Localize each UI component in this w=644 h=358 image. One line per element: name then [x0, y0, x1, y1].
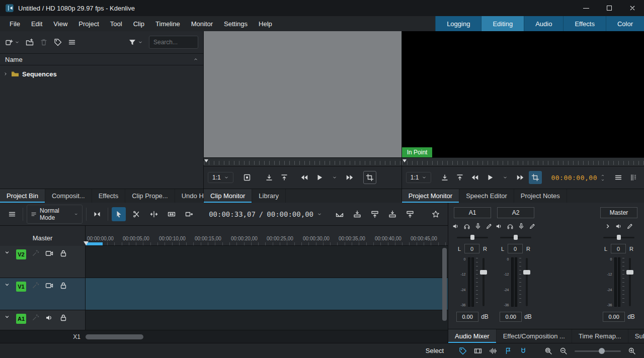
tab-effect-composition[interactable]: Effect/Composition ...: [497, 329, 572, 343]
zone-out-button[interactable]: [278, 171, 291, 184]
volume-fader[interactable]: [480, 257, 487, 307]
monitor-zoom-select[interactable]: 1:1: [406, 172, 432, 183]
effects-pen-icon[interactable]: [486, 223, 493, 230]
tab-audio-mixer[interactable]: Audio Mixer: [448, 329, 497, 343]
timecode-spinner[interactable]: [601, 173, 605, 182]
bin-name-header[interactable]: Name: [0, 53, 203, 65]
seek-playhead[interactable]: [204, 159, 208, 162]
pan-value[interactable]: 0: [508, 244, 523, 253]
workspace-tab-effects[interactable]: Effects: [563, 16, 606, 31]
slip-t ool-button[interactable]: [165, 207, 179, 221]
track-effects-icon[interactable]: [32, 314, 39, 321]
select-tool-button[interactable]: [112, 207, 126, 221]
tab-compositions[interactable]: Composit...: [45, 189, 92, 203]
track-effects-icon[interactable]: [32, 249, 39, 256]
edit-mode-select[interactable]: Normal Mode: [27, 205, 83, 224]
tab-project-bin[interactable]: Project Bin: [0, 189, 45, 203]
fader-handle[interactable]: [523, 270, 530, 275]
monitor-timecode[interactable]: 00:00:00,00: [551, 174, 597, 182]
zoom-out-button[interactable]: [557, 345, 570, 357]
menu-timeline[interactable]: Timeline: [150, 16, 186, 31]
rewind-button[interactable]: [298, 171, 311, 184]
overwrite-zone-button[interactable]: [368, 207, 382, 221]
tab-library[interactable]: Library: [252, 189, 286, 203]
track-collapse-icon[interactable]: [4, 249, 10, 255]
menu-file[interactable]: File: [4, 16, 26, 31]
seek-playhead[interactable]: [403, 159, 407, 162]
video-thumbnails-toggle[interactable]: [472, 345, 484, 357]
volume-fader[interactable]: [523, 257, 530, 307]
menu-help[interactable]: Help: [253, 16, 278, 31]
gain-value[interactable]: 0.00: [603, 312, 625, 322]
channel-name[interactable]: A1: [454, 207, 491, 218]
workspace-tab-editing[interactable]: Editing: [481, 16, 524, 31]
pan-slider[interactable]: [603, 234, 634, 240]
track-v1-lane[interactable]: [86, 278, 448, 310]
menu-tool[interactable]: Tool: [105, 16, 128, 31]
tab-clip-properties[interactable]: Clip Prope...: [125, 189, 175, 203]
playhead[interactable]: [84, 241, 89, 245]
timeline-vscrollbar[interactable]: [442, 248, 447, 343]
zone-out-button[interactable]: [453, 171, 466, 184]
zoom-slider[interactable]: [575, 347, 621, 354]
menu-view[interactable]: View: [48, 16, 73, 31]
add-clip-button[interactable]: [5, 38, 20, 46]
rewind-button[interactable]: [468, 171, 481, 184]
pan-slider[interactable]: [500, 234, 531, 240]
tab-effects[interactable]: Effects: [92, 189, 126, 203]
play-button[interactable]: [484, 171, 497, 184]
favorite-effects-button[interactable]: [429, 207, 443, 221]
markers-toggle[interactable]: [457, 345, 469, 357]
lock-icon[interactable]: [59, 314, 67, 322]
ripple-tool-button[interactable]: [182, 207, 196, 221]
minimize-button[interactable]: [575, 0, 598, 16]
track-collapse-icon[interactable]: [4, 282, 10, 288]
volume-fader[interactable]: [626, 257, 633, 307]
workspace-tab-logging[interactable]: Logging: [435, 16, 481, 31]
track-v2-header[interactable]: V2: [0, 246, 86, 278]
channel-name[interactable]: Master: [600, 207, 637, 218]
timeline-adjust-button[interactable]: [90, 207, 104, 221]
mix-clips-button[interactable]: [333, 207, 347, 221]
scrollbar-thumb[interactable]: [86, 334, 143, 339]
snap-toggle[interactable]: [517, 345, 529, 357]
insert-zone-button[interactable]: [350, 207, 364, 221]
tab-clip-monitor[interactable]: Clip Monitor: [204, 189, 252, 203]
zone-in-button[interactable]: [263, 171, 276, 184]
lock-icon[interactable]: [59, 249, 67, 257]
play-options-button[interactable]: [499, 171, 512, 184]
channel-name[interactable]: A2: [497, 207, 534, 218]
lift-zone-button[interactable]: [403, 207, 417, 221]
razor-tool-button[interactable]: [129, 207, 143, 221]
track-target-label[interactable]: V2: [16, 249, 26, 259]
solo-headphones-icon[interactable]: [463, 223, 470, 230]
timeline-timecode[interactable]: 00:00:33,07 / 00:00:00,00: [209, 210, 322, 218]
video-track-icon[interactable]: [45, 282, 53, 290]
pan-slider[interactable]: [457, 234, 488, 240]
zoom-fit-button[interactable]: [542, 345, 554, 357]
record-mic-icon[interactable]: [474, 223, 481, 230]
master-button[interactable]: Master: [0, 226, 86, 246]
solo-headphones-icon[interactable]: [507, 223, 514, 230]
spacer-tool-button[interactable]: [147, 207, 161, 221]
menu-edit[interactable]: Edit: [26, 16, 48, 31]
scrollbar-thumb[interactable]: [442, 248, 447, 321]
extract-zone-button[interactable]: [385, 207, 399, 221]
track-target-label[interactable]: V1: [16, 282, 26, 292]
flags-toggle[interactable]: [502, 345, 514, 357]
sort-indicator-icon[interactable]: [193, 57, 198, 62]
tags-button[interactable]: [54, 38, 62, 46]
pan-value[interactable]: 0: [464, 244, 479, 253]
insert-zone-button[interactable]: [240, 171, 254, 184]
tab-project-notes[interactable]: Project Notes: [514, 189, 567, 203]
tab-speech-editor[interactable]: Speech Editor: [459, 189, 514, 203]
zone-mode-button[interactable]: [529, 171, 542, 184]
workspace-tab-color[interactable]: Color: [606, 16, 644, 31]
track-a1-lane[interactable]: [86, 310, 448, 330]
close-button[interactable]: [621, 0, 644, 16]
bin-options-button[interactable]: [68, 38, 76, 46]
fader-handle[interactable]: [626, 270, 633, 275]
pan-value[interactable]: 0: [611, 244, 626, 253]
mute-icon[interactable]: [496, 223, 503, 230]
track-a1-header[interactable]: A1: [0, 310, 86, 330]
